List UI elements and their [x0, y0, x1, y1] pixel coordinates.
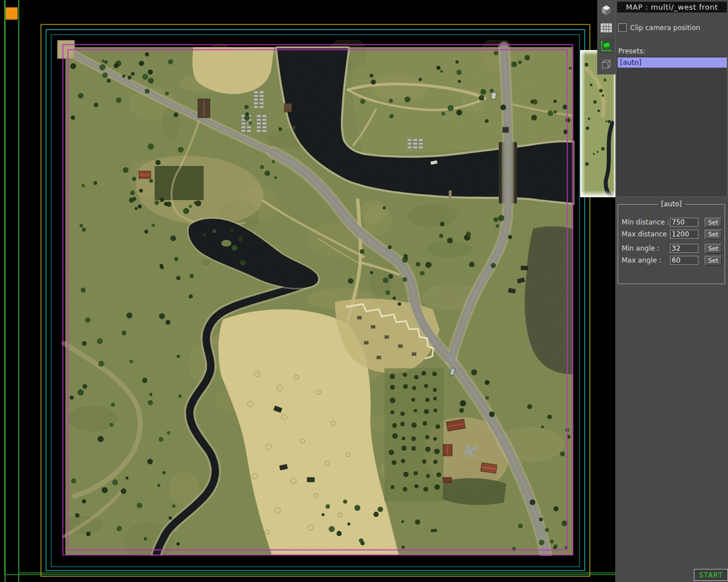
clip-camera-label: Clip camera position [630, 24, 700, 32]
terrain-layer [63, 40, 573, 556]
wireframe-view-button[interactable] [598, 56, 614, 72]
grid-button[interactable] [598, 20, 614, 36]
min-distance-row: Min distance :Set [622, 217, 722, 227]
min-distance-label: Min distance : [622, 218, 670, 226]
presets-list[interactable]: [auto] [617, 57, 727, 197]
max-distance-input[interactable] [670, 230, 698, 239]
start-button[interactable]: START [694, 569, 728, 581]
min-angle-label: Min angle : [622, 244, 670, 252]
max-angle-label: Max angle : [622, 256, 670, 264]
max-distance-label: Max distance : [622, 230, 670, 238]
max-angle-input[interactable] [670, 256, 698, 265]
wireframe-cube-icon [599, 57, 613, 71]
clip-camera-row: Clip camera position [618, 23, 700, 32]
min-distance-input[interactable] [670, 218, 698, 227]
group-legend: [auto] [658, 200, 684, 208]
max-distance-row: Max distance :Set [622, 229, 722, 239]
min-angle-input[interactable] [670, 244, 698, 253]
set-min-distance-button[interactable]: Set [705, 218, 722, 227]
camera-gizmo-icon [599, 39, 613, 53]
camera-tool-button[interactable] [598, 38, 614, 54]
set-max-angle-button[interactable]: Set [705, 256, 722, 265]
min-angle-row: Min angle :Set [622, 243, 722, 253]
presets-label: Presets: [618, 47, 646, 55]
toolbar [597, 0, 615, 74]
map-viewport[interactable] [57, 40, 574, 556]
box-3d-icon [599, 3, 613, 16]
grid-icon [599, 21, 613, 35]
view-3d-button[interactable] [598, 2, 614, 18]
settings-panel: MAP : multi/_west front Clip camera posi… [615, 0, 728, 582]
max-angle-row: Max angle :Set [622, 255, 722, 265]
clip-camera-checkbox[interactable] [618, 23, 627, 32]
set-max-distance-button[interactable]: Set [705, 230, 722, 239]
set-min-angle-button[interactable]: Set [705, 244, 722, 253]
panel-title: MAP : multi/_west front [617, 2, 727, 13]
auto-settings-group: [auto] Min distance :SetMax distance :Se… [618, 200, 725, 284]
preset-item[interactable]: [auto] [618, 57, 727, 68]
